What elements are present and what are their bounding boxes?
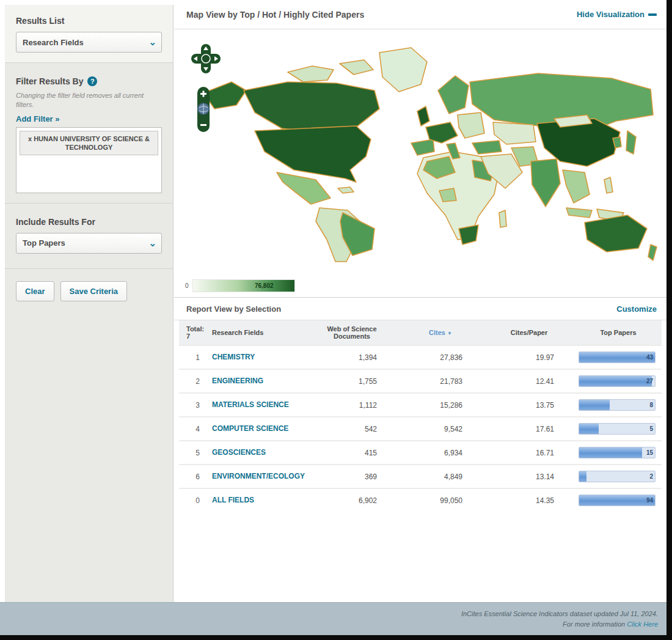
results-list-section: Results List Research Fields ⌄ (5, 5, 173, 63)
wos-documents-value: 6,902 (306, 488, 398, 512)
wos-documents-value: 1,394 (306, 345, 398, 369)
col-wos-documents[interactable]: Web of Science Documents (306, 320, 398, 345)
sort-desc-icon: ▼ (447, 331, 452, 336)
row-rank: 3 (179, 393, 208, 417)
table-row: 5GEOSCIENCES4156,93416.7115 (179, 441, 662, 465)
top-papers-bar[interactable]: 15 (579, 447, 656, 458)
add-filter-link[interactable]: Add Filter » (16, 114, 162, 123)
report-view-title: Report View by Selection (186, 304, 281, 314)
report-table: Total: 7 Research Fields Web of Science … (179, 320, 662, 512)
customize-link[interactable]: Customize (616, 304, 657, 314)
cites-per-paper-value: 13.75 (483, 393, 575, 417)
research-field-link[interactable]: CHEMISTRY (212, 353, 255, 361)
results-list-dropdown[interactable]: Research Fields ⌄ (16, 32, 162, 53)
wos-documents-value: 542 (306, 417, 398, 441)
country-japan (626, 131, 636, 154)
row-rank: 4 (179, 417, 208, 441)
more-info-text: For more information (563, 620, 625, 628)
top-papers-bar[interactable]: 43 (579, 351, 656, 363)
research-field-link[interactable]: GEOSCIENCES (212, 448, 266, 457)
table-row: 6ENVIRONMENT/ECOLOGY3694,84913.142 (179, 465, 662, 488)
country-philippines (604, 177, 613, 193)
include-results-dropdown[interactable]: Top Papers ⌄ (16, 233, 162, 254)
hide-visualization-link[interactable]: Hide Visualization (577, 10, 657, 19)
top-papers-bar[interactable]: 94 (579, 495, 656, 506)
active-filter-tag[interactable]: x HUNAN UNIVERSITY OF SCIENCE & TECHNOLO… (20, 131, 158, 156)
country-south-africa (459, 225, 478, 245)
customize-label: Customize (616, 304, 657, 314)
filter-note: Changing the filter field removes all cu… (16, 91, 162, 109)
table-row: 2ENGINEERING1,75521,78312.4127 (179, 369, 662, 393)
row-rank: 1 (179, 345, 208, 369)
col-top-papers[interactable]: Top Papers (575, 320, 662, 345)
country-mexico (277, 172, 331, 204)
country-scandinavia (438, 76, 469, 114)
cites-value: 27,836 (398, 345, 483, 369)
clear-button[interactable]: Clear (16, 281, 54, 301)
cites-per-paper-value: 12.41 (483, 369, 575, 393)
country-usa (255, 126, 371, 182)
col-cites-per-paper[interactable]: Cites/Paper (483, 320, 575, 345)
top-papers-bar[interactable]: 27 (579, 375, 656, 387)
table-row: 0ALL FIELDS6,90299,05014.3594 (179, 488, 662, 512)
country-greenland (379, 48, 427, 92)
sidebar: Results List Research Fields ⌄ Filter Re… (5, 5, 173, 602)
top-papers-value: 5 (649, 425, 653, 432)
top-papers-value: 43 (646, 354, 653, 361)
app-window: Results List Research Fields ⌄ Filter Re… (0, 0, 672, 640)
row-rank: 0 (179, 488, 208, 512)
click-here-link[interactable]: Click Here (627, 620, 658, 628)
map-pan-control[interactable] (190, 43, 222, 75)
remove-filter-icon[interactable]: x (28, 135, 32, 142)
cites-value: 6,934 (398, 441, 483, 465)
country-china (537, 119, 620, 166)
include-results-label: Include Results For (16, 217, 162, 227)
table-row: 4COMPUTER SCIENCE5429,54217.615 (179, 417, 662, 441)
country-india (531, 159, 560, 207)
map-zoom-control[interactable] (196, 86, 211, 133)
window-edge (0, 635, 672, 640)
top-papers-bar[interactable]: 2 (579, 471, 656, 482)
col-research-fields[interactable]: Research Fields (208, 320, 306, 345)
wos-documents-value: 415 (306, 441, 398, 465)
top-papers-value: 27 (646, 378, 653, 384)
table-header-row: Total: 7 Research Fields Web of Science … (179, 320, 662, 345)
zoom-in-icon (203, 91, 205, 97)
research-field-link[interactable]: ENGINEERING (212, 377, 263, 385)
map-panel-header: Map View by Top / Hot / Highly Cited Pap… (174, 0, 667, 29)
sidebar-buttons: Clear Save Criteria (5, 269, 173, 314)
window-edge (667, 0, 672, 640)
filter-results-by-label: Filter Results By (16, 76, 83, 86)
country-turkey (472, 141, 502, 154)
report-table-body: 1CHEMISTRY1,39427,83619.97432ENGINEERING… (179, 345, 662, 512)
col-cites-sorted[interactable]: Cites ▼ (398, 320, 483, 345)
active-filters-listbox: x HUNAN UNIVERSITY OF SCIENCE & TECHNOLO… (16, 127, 162, 193)
world-choropleth-map[interactable] (196, 34, 660, 271)
cites-value: 15,286 (398, 393, 483, 417)
results-list-label: Results List (16, 16, 162, 26)
region-indochina (563, 170, 590, 203)
include-results-selected: Top Papers (23, 238, 65, 248)
legend-max-value: 76,802 (255, 282, 274, 289)
research-field-link[interactable]: COMPUTER SCIENCE (212, 424, 288, 433)
row-rank: 6 (179, 465, 208, 488)
country-canada (244, 82, 379, 133)
row-rank: 2 (179, 369, 208, 393)
region-eastern-europe (458, 112, 484, 138)
research-field-link[interactable]: MATERIALS SCIENCE (212, 400, 289, 409)
zoom-out-icon (200, 124, 206, 126)
top-papers-value: 15 (646, 449, 653, 456)
chevron-down-icon: ⌄ (148, 239, 156, 248)
country-madagascar (499, 210, 506, 227)
country-arctic-islands (288, 66, 334, 82)
minus-icon (648, 13, 657, 16)
top-papers-bar[interactable]: 5 (579, 423, 656, 435)
top-papers-bar[interactable]: 8 (579, 399, 656, 411)
cites-per-paper-value: 17.61 (483, 417, 575, 441)
map-view-title: Map View by Top / Hot / Highly Cited Pap… (186, 10, 364, 20)
research-field-link[interactable]: ENVIRONMENT/ECOLOGY (212, 472, 305, 480)
save-criteria-button[interactable]: Save Criteria (60, 281, 128, 301)
research-field-link[interactable]: ALL FIELDS (212, 496, 254, 504)
help-icon[interactable]: ? (87, 76, 97, 86)
row-rank: 5 (179, 441, 208, 465)
